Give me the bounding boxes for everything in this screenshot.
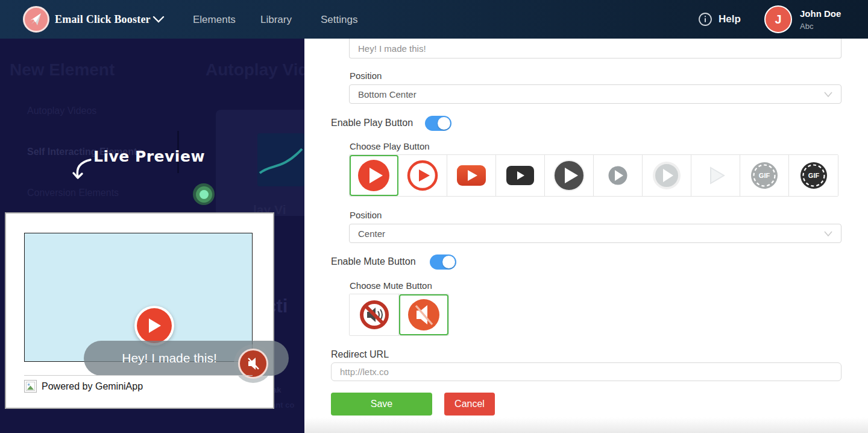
choose-mute-label: Choose Mute Button (350, 280, 432, 291)
enable-mute-toggle[interactable] (430, 254, 456, 270)
live-preview-label: Live Preview (93, 148, 205, 165)
curved-arrow-icon (70, 157, 94, 184)
chevron-down-icon (824, 92, 832, 97)
preview-video-area: Hey! I made this! (24, 233, 253, 362)
help-button[interactable]: Help (698, 12, 741, 27)
preview-caption-text: Hey! I made this! (122, 351, 251, 365)
user-org: Abc (800, 22, 813, 31)
mute-speaker-icon (245, 355, 262, 372)
redirect-url-input[interactable] (331, 362, 841, 381)
nav-item-settings[interactable]: Settings (321, 14, 357, 26)
play-option-red-outline-circle[interactable] (398, 155, 447, 196)
position-label-1: Position (350, 71, 382, 81)
chevron-down-icon[interactable] (153, 16, 165, 23)
play-option-red-rounded-rect[interactable] (447, 155, 496, 196)
preview-play-button[interactable] (134, 306, 174, 346)
thumbnail-chart-icon (257, 133, 304, 186)
backdrop-menu-conversion: Conversion Elements (27, 188, 119, 198)
play-option-dark-rounded-rect[interactable] (496, 155, 545, 196)
brand-logo-icon[interactable] (23, 6, 49, 33)
play-option-red-solid-circle[interactable] (350, 155, 398, 196)
position-select-1[interactable]: Bottom Center (349, 84, 841, 104)
settings-panel: Position Bottom Center Enable Play Butto… (304, 39, 868, 433)
svg-text:GIF: GIF (759, 172, 770, 179)
enable-play-label: Enable Play Button (331, 118, 413, 128)
play-option-ghost-triangle[interactable] (691, 155, 740, 196)
play-option-gray-translucent-circle[interactable] (594, 155, 643, 196)
info-icon (698, 12, 712, 27)
broken-image-icon (24, 380, 37, 393)
nav-item-library[interactable]: Library (260, 14, 292, 26)
mute-button-options (349, 294, 449, 336)
enable-mute-label: Enable Mute Button (331, 256, 416, 267)
choose-play-label: Choose Play Button (350, 141, 430, 151)
play-option-gray-gif-badge[interactable]: GIF (740, 155, 789, 196)
backdrop-heading-autoplay: Autoplay Vid (206, 60, 304, 80)
help-label: Help (719, 13, 741, 25)
position-select-2-value: Center (358, 229, 385, 239)
preview-divider (24, 375, 253, 376)
paper-plane-icon (28, 11, 45, 28)
backdrop-thumbnail (257, 133, 304, 186)
play-button-options: GIF GIF (349, 154, 838, 197)
overlay-text-input[interactable] (349, 39, 841, 58)
position-label-2: Position (350, 210, 382, 220)
top-navbar: Email Click Booster Elements Library Set… (0, 0, 868, 39)
mute-option-no-sound-sign[interactable] (350, 294, 399, 335)
play-icon (137, 308, 172, 343)
position-select-2[interactable]: Center (349, 224, 841, 243)
user-name: John Doe (800, 8, 841, 19)
save-button[interactable]: Save (331, 393, 432, 416)
live-status-dot (193, 183, 215, 205)
app-screen: Email Click Booster Elements Library Set… (0, 0, 868, 433)
svg-text:GIF: GIF (808, 172, 819, 179)
backdrop-heading-new-element: New Element (10, 60, 115, 80)
position-select-1-value: Bottom Center (358, 89, 417, 100)
mute-option-orange-circle[interactable] (399, 294, 448, 335)
user-avatar[interactable]: J (764, 5, 792, 33)
play-option-light-gray-circle[interactable] (643, 155, 691, 196)
enable-play-toggle[interactable] (425, 116, 451, 131)
brand-title: Email Click Booster (55, 13, 151, 26)
powered-by-row: Powered by GeminiApp (24, 380, 143, 393)
powered-by-text: Powered by GeminiApp (42, 381, 143, 392)
play-option-dark-gif-badge[interactable]: GIF (789, 155, 838, 196)
backdrop-menu-autoplay-videos: Autoplay Videos (27, 106, 96, 116)
panel-bottom-fade (304, 417, 868, 433)
live-preview-card: Hey! I made this! Powered by GeminiApp (5, 212, 274, 409)
redirect-url-label: Redirect URL (331, 349, 389, 360)
toggle-knob (438, 117, 450, 130)
play-option-dark-circle[interactable] (545, 155, 594, 196)
toggle-knob (442, 256, 455, 268)
chevron-down-icon (824, 231, 832, 236)
nav-item-elements[interactable]: Elements (193, 14, 236, 26)
avatar-initial: J (775, 13, 781, 27)
cancel-button[interactable]: Cancel (444, 393, 495, 416)
preview-mute-button[interactable] (238, 349, 268, 379)
